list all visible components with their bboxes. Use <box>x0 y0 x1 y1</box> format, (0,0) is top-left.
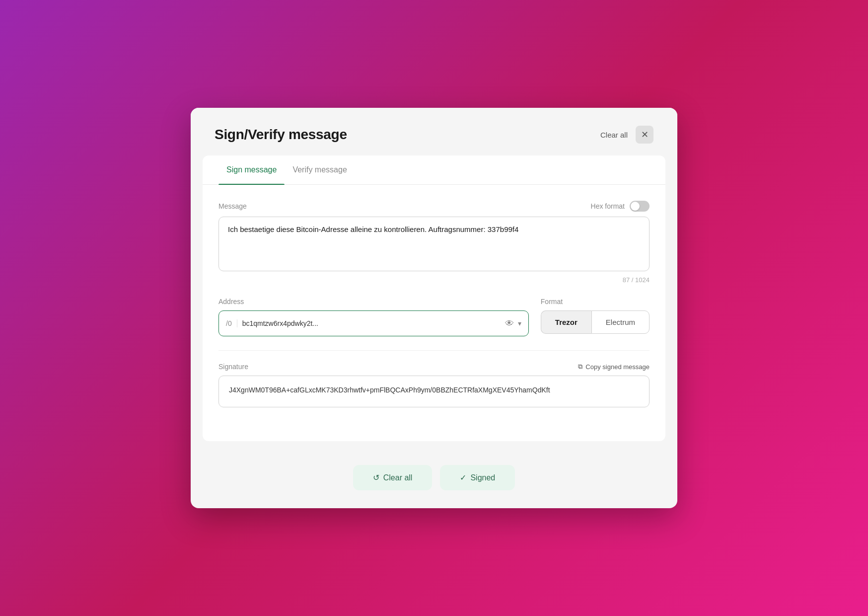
modal-header: Sign/Verify message Clear all ✕ <box>191 108 677 155</box>
tab-sign-message[interactable]: Sign message <box>218 155 285 184</box>
format-electrum-button[interactable]: Electrum <box>591 310 650 334</box>
hex-format-label: Hex format <box>591 202 625 210</box>
chevron-down-icon[interactable]: ▾ <box>518 319 521 327</box>
check-icon: ✓ <box>460 473 466 482</box>
close-button[interactable]: ✕ <box>636 126 653 144</box>
sign-verify-modal: Sign/Verify message Clear all ✕ Sign mes… <box>191 108 677 508</box>
signature-label: Signature <box>218 363 248 371</box>
address-input-wrapper[interactable]: /0 bc1qmtzw6rx4pdwky2t... 👁 ▾ <box>218 310 529 336</box>
hex-format-toggle[interactable] <box>630 201 650 212</box>
format-field-header: Format <box>541 298 650 306</box>
hex-format-group: Hex format <box>591 201 650 212</box>
address-icons: 👁 ▾ <box>505 318 521 329</box>
header-right: Clear all ✕ <box>600 126 653 144</box>
signature-header: Signature ⧉ Copy signed message <box>218 363 650 371</box>
message-field-header: Message Hex format <box>218 201 650 212</box>
form-content: Message Hex format Ich bestaetige diese … <box>203 185 665 441</box>
address-value: bc1qmtzw6rx4pdwky2t... <box>242 319 505 327</box>
message-label: Message <box>218 202 247 210</box>
format-label: Format <box>541 298 563 306</box>
eye-icon[interactable]: 👁 <box>505 318 514 329</box>
signed-button[interactable]: ✓ Signed <box>440 465 515 490</box>
format-buttons: Trezor Electrum <box>541 310 650 334</box>
message-textarea[interactable]: Ich bestaetige diese Bitcoin-Adresse all… <box>218 217 650 271</box>
modal-body: Sign message Verify message Message Hex … <box>203 155 665 441</box>
modal-title: Sign/Verify message <box>215 127 347 143</box>
bottom-actions: ↺ Clear all ✓ Signed <box>191 453 677 508</box>
message-field-group: Message Hex format Ich bestaetige diese … <box>218 201 650 284</box>
copy-icon: ⧉ <box>578 363 582 371</box>
close-icon: ✕ <box>641 129 649 140</box>
address-prefix: /0 <box>226 319 237 327</box>
address-section: Address /0 bc1qmtzw6rx4pdwky2t... 👁 ▾ <box>218 298 529 336</box>
signature-field-group: Signature ⧉ Copy signed message J4XgnWM0… <box>218 363 650 407</box>
signature-box: J4XgnWM0T96BA+cafGLxcMK73KD3rhwtfv+pmFlB… <box>218 376 650 407</box>
tab-bar: Sign message Verify message <box>203 155 665 185</box>
char-count: 87 / 1024 <box>218 276 650 284</box>
divider <box>218 350 650 351</box>
clear-all-button[interactable]: ↺ Clear all <box>353 465 433 490</box>
clear-all-label: Clear all <box>383 473 413 482</box>
clear-all-header-button[interactable]: Clear all <box>600 131 628 139</box>
refresh-icon: ↺ <box>373 473 379 482</box>
signed-label: Signed <box>470 473 495 482</box>
address-field-header: Address <box>218 298 529 306</box>
address-label: Address <box>218 298 244 306</box>
address-format-row: Address /0 bc1qmtzw6rx4pdwky2t... 👁 ▾ Fo… <box>218 298 650 336</box>
copy-signed-message-button[interactable]: ⧉ Copy signed message <box>578 363 650 371</box>
tab-verify-message[interactable]: Verify message <box>285 155 355 184</box>
copy-signed-label: Copy signed message <box>585 363 650 371</box>
format-section: Format Trezor Electrum <box>541 298 650 334</box>
format-trezor-button[interactable]: Trezor <box>541 310 591 334</box>
